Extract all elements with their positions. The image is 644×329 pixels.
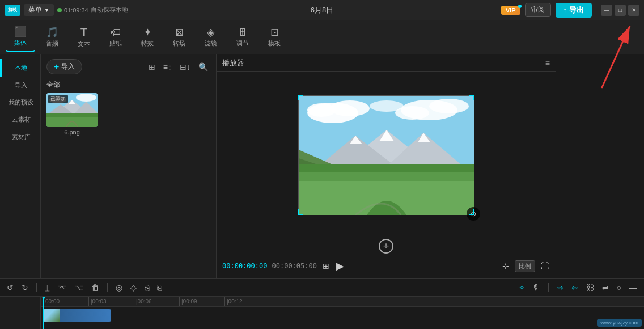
frame-grid-button[interactable]: ⊞: [321, 260, 331, 272]
move-icon[interactable]: ✛: [379, 239, 393, 254]
sidebar-item-cloud[interactable]: 云素材: [0, 111, 40, 128]
tl-right-controls: ⟡ 🎙 ⇝ ⇜ ⛓ ⇌ ○ —: [517, 281, 639, 293]
tl-mark-3: |00:09: [179, 297, 224, 306]
tool-effects[interactable]: ✦ 特效: [133, 23, 162, 52]
watermark: www.ycwjzy.com: [597, 319, 642, 327]
ratio-button[interactable]: 比例: [515, 260, 535, 272]
tl-mark-2: |00:06: [134, 297, 179, 306]
tl-mic-button[interactable]: 🎙: [530, 282, 543, 293]
save-status: 01:09:34 自动保存本地: [57, 6, 128, 14]
review-button[interactable]: 审阅: [525, 3, 551, 17]
tl-main: 00:00 |00:03 |00:06 |00:09 |00:12: [41, 297, 644, 329]
tl-chain-button[interactable]: ⛓: [584, 282, 596, 293]
preview-panel: 播放器 ≡: [217, 54, 556, 278]
title-bar: 剪映 菜单 ▼ 01:09:34 自动保存本地 6月8日 VIP 审阅 ↑ 导出…: [0, 0, 644, 20]
tl-forward-button[interactable]: ↻: [19, 282, 31, 293]
sidebar-item-import[interactable]: 导入: [0, 77, 40, 94]
sort-button[interactable]: ≡↕: [161, 61, 174, 73]
main-layout: 本地 导入 我的预设 云素材 素材库 + 导入 ⊞ ≡↕ ⊟↓ 🔍: [0, 54, 644, 278]
tool-audio[interactable]: 🎵 音频: [37, 23, 67, 52]
effects-icon: ✦: [143, 27, 152, 37]
svg-point-12: [330, 100, 370, 116]
svg-point-3: [76, 94, 96, 102]
tool-template[interactable]: ⊡ 模板: [260, 23, 289, 52]
tl-paste-button[interactable]: ⎗: [155, 282, 164, 293]
handle-tl: [298, 95, 303, 100]
audio-icon: 🎵: [46, 27, 58, 37]
tool-adjust[interactable]: 🎚 调节: [228, 23, 257, 52]
fullscreen-button[interactable]: ⛶: [540, 260, 550, 272]
maximize-button[interactable]: □: [615, 5, 626, 16]
handle-bl: [298, 209, 303, 215]
minimize-button[interactable]: —: [601, 5, 612, 16]
svg-point-13: [307, 103, 336, 117]
tl-separator-1: [36, 283, 37, 292]
tl-snap-button[interactable]: ⟡: [517, 281, 527, 293]
preview-title: 播放器: [222, 58, 244, 68]
tl-mark-in-button[interactable]: ⌤: [55, 282, 69, 293]
import-button[interactable]: + 导入: [46, 59, 82, 74]
tl-audio-link-button[interactable]: ⇜: [569, 282, 581, 293]
tl-back-button[interactable]: ↺: [5, 282, 16, 293]
tl-delete-button[interactable]: 🗑: [89, 282, 101, 293]
transition-icon: ⊠: [175, 27, 184, 37]
sidebar-item-mypresets[interactable]: 我的预设: [0, 94, 40, 111]
media-filename: 6.png: [46, 129, 98, 136]
preview-video-content: [299, 96, 474, 215]
svg-point-17: [370, 100, 404, 112]
menu-button[interactable]: 菜单 ▼: [24, 4, 54, 16]
sidebar-item-library[interactable]: 素材库: [0, 128, 40, 146]
close-button[interactable]: ✕: [628, 5, 639, 16]
timeline-content: 00:00 |00:03 |00:06 |00:09 |00:12: [0, 297, 644, 329]
tl-copy-button[interactable]: ⎘: [142, 282, 151, 293]
svg-point-15: [429, 99, 469, 113]
media-panel: + 导入 ⊞ ≡↕ ⊟↓ 🔍 全部: [41, 54, 217, 278]
export-button[interactable]: ↑ 导出: [556, 3, 592, 18]
media-icon: ⬛: [14, 27, 27, 37]
right-panel: [556, 54, 644, 278]
tl-playhead-button[interactable]: ◎: [113, 282, 125, 293]
tl-split-button[interactable]: ⌶: [43, 282, 52, 293]
export-icon: ↑: [564, 6, 567, 14]
move-control-bar: ✛: [217, 238, 556, 254]
app-logo: 剪映: [5, 5, 20, 16]
tl-split2-button[interactable]: ⇌: [600, 282, 611, 293]
save-dot: [57, 8, 62, 12]
preview-menu-button[interactable]: ≡: [545, 58, 550, 68]
grid-view-button[interactable]: ⊞: [146, 61, 158, 73]
preview-header: 播放器 ≡: [217, 54, 556, 72]
tl-link-button[interactable]: ⇝: [554, 282, 566, 293]
sidebar-item-local[interactable]: 本地: [0, 59, 40, 77]
media-thumbnail: 已添加: [46, 93, 98, 127]
toolbar: ⬛ 媒体 🎵 音频 T 文本 🏷 贴纸 ✦ 特效 ⊠ 转场 ◈ 滤镜 🎚 调节 …: [0, 20, 644, 54]
tl-mark-out-button[interactable]: ⌥: [72, 282, 86, 293]
media-section-label: 全部: [41, 79, 216, 93]
preview-area: ⊙: [217, 72, 556, 238]
crop-button[interactable]: ⊹: [501, 260, 510, 272]
media-toolbar: ⊞ ≡↕ ⊟↓ 🔍: [146, 61, 210, 73]
tool-transition[interactable]: ⊠ 转场: [164, 23, 194, 52]
title-bar-right: VIP 审阅 ↑ 导出 — □ ✕: [501, 3, 639, 18]
tl-video-clip[interactable]: [43, 309, 111, 322]
tl-keyframe-button[interactable]: ◇: [128, 282, 139, 293]
tool-filter[interactable]: ◈ 滤镜: [196, 23, 226, 52]
media-grid: 已添加 6.png: [41, 93, 216, 136]
tl-circle-button[interactable]: ○: [615, 282, 624, 293]
search-button[interactable]: 🔍: [196, 61, 210, 73]
tl-dash-button[interactable]: —: [627, 282, 639, 293]
media-item[interactable]: 已添加 6.png: [46, 93, 98, 136]
time-current: 00:00:00:00: [222, 262, 267, 270]
play-button[interactable]: ▶: [335, 259, 345, 273]
tl-separator-3: [548, 283, 549, 292]
text-icon: T: [80, 27, 87, 38]
filter-button[interactable]: ⊟↓: [177, 61, 193, 73]
tl-mark-0: 00:00: [43, 297, 88, 306]
tool-text[interactable]: T 文本: [69, 23, 99, 52]
time-total: 00:00:05:00: [272, 262, 316, 270]
vip-badge[interactable]: VIP: [501, 6, 520, 15]
tl-playhead[interactable]: [43, 297, 44, 329]
tool-sticker[interactable]: 🏷 贴纸: [101, 23, 130, 52]
import-plus-icon: +: [54, 62, 59, 71]
tool-media[interactable]: ⬛ 媒体: [6, 23, 35, 52]
tl-separator-2: [107, 283, 108, 292]
